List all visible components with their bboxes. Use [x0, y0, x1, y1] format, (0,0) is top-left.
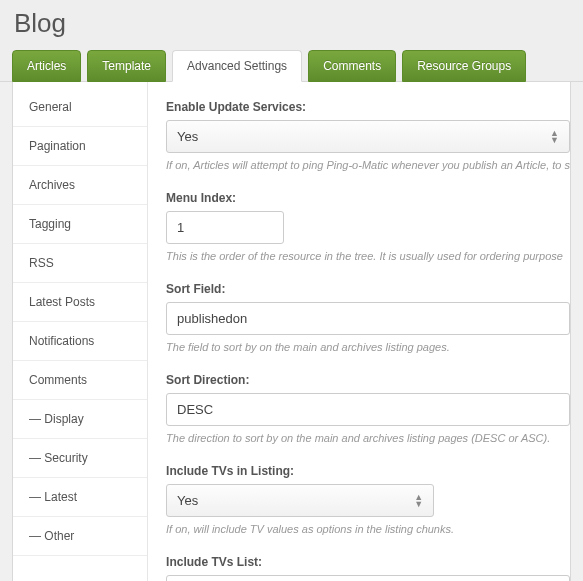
field-sort-direction: Sort Direction: The direction to sort by…: [166, 373, 570, 444]
sort-direction-help: The direction to sort by on the main and…: [166, 432, 570, 444]
include-tvs-list-input[interactable]: [166, 575, 570, 581]
tab-template[interactable]: Template: [87, 50, 166, 82]
sort-direction-input[interactable]: [166, 393, 570, 426]
tab-articles[interactable]: Articles: [12, 50, 81, 82]
settings-sidebar: General Pagination Archives Tagging RSS …: [13, 82, 148, 581]
field-include-tvs-list: Include TVs List: An optional comma-deli…: [166, 555, 570, 581]
chevron-updown-icon: ▲▼: [550, 130, 559, 144]
sidebar-item-display[interactable]: — Display: [13, 400, 147, 439]
sidebar-item-other[interactable]: — Other: [13, 517, 147, 556]
field-enable-update-services: Enable Update Services: Yes ▲▼ If on, Ar…: [166, 100, 570, 171]
tab-resource-groups[interactable]: Resource Groups: [402, 50, 526, 82]
sidebar-item-security[interactable]: — Security: [13, 439, 147, 478]
sort-direction-label: Sort Direction:: [166, 373, 570, 387]
include-tvs-label: Include TVs in Listing:: [166, 464, 570, 478]
sort-field-input[interactable]: [166, 302, 570, 335]
sidebar-item-general[interactable]: General: [13, 88, 147, 127]
menu-index-help: This is the order of the resource in the…: [166, 250, 570, 262]
field-sort-field: Sort Field: The field to sort by on the …: [166, 282, 570, 353]
sort-field-help: The field to sort by on the main and arc…: [166, 341, 570, 353]
sidebar-item-tagging[interactable]: Tagging: [13, 205, 147, 244]
include-tvs-help: If on, will include TV values as options…: [166, 523, 570, 535]
menu-index-label: Menu Index:: [166, 191, 570, 205]
enable-update-value: Yes: [177, 129, 198, 144]
enable-update-label: Enable Update Services:: [166, 100, 570, 114]
sidebar-item-comments[interactable]: Comments: [13, 361, 147, 400]
sidebar-item-latest-posts[interactable]: Latest Posts: [13, 283, 147, 322]
settings-panel: Enable Update Services: Yes ▲▼ If on, Ar…: [148, 82, 570, 581]
include-tvs-select[interactable]: Yes ▲▼: [166, 484, 434, 517]
sidebar-item-rss[interactable]: RSS: [13, 244, 147, 283]
field-menu-index: Menu Index: This is the order of the res…: [166, 191, 570, 262]
sort-field-label: Sort Field:: [166, 282, 570, 296]
include-tvs-list-label: Include TVs List:: [166, 555, 570, 569]
content-wrap: General Pagination Archives Tagging RSS …: [12, 82, 571, 581]
menu-index-input[interactable]: [166, 211, 284, 244]
chevron-updown-icon: ▲▼: [414, 494, 423, 508]
page-title: Blog: [0, 0, 583, 49]
enable-update-help: If on, Articles will attempt to ping Pin…: [166, 159, 570, 171]
sidebar-item-latest[interactable]: — Latest: [13, 478, 147, 517]
sidebar-item-archives[interactable]: Archives: [13, 166, 147, 205]
sidebar-item-pagination[interactable]: Pagination: [13, 127, 147, 166]
sidebar-item-notifications[interactable]: Notifications: [13, 322, 147, 361]
tab-advanced-settings[interactable]: Advanced Settings: [172, 50, 302, 82]
tabs-bar: Articles Template Advanced Settings Comm…: [0, 49, 583, 82]
include-tvs-value: Yes: [177, 493, 198, 508]
tab-comments[interactable]: Comments: [308, 50, 396, 82]
enable-update-select[interactable]: Yes ▲▼: [166, 120, 570, 153]
field-include-tvs: Include TVs in Listing: Yes ▲▼ If on, wi…: [166, 464, 570, 535]
